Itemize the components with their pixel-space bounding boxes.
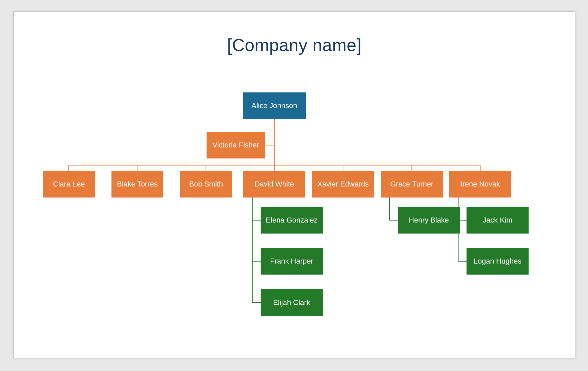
org-node-leaf-irene-0[interactable]: Jack Kim xyxy=(467,207,529,234)
slide-canvas[interactable]: [Company name] xyxy=(13,11,575,358)
org-node-manager-0[interactable]: Clara Lee xyxy=(43,171,95,198)
org-node-leaf-david-1[interactable]: Frank Harper xyxy=(261,248,323,275)
org-node-label: Henry Blake xyxy=(409,216,449,225)
org-node-leaf-david-0[interactable]: Elena Gonzalez xyxy=(261,207,323,234)
org-node-label: Alice Johnson xyxy=(252,101,297,110)
org-node-label: David White xyxy=(255,180,294,189)
org-node-label: Elena Gonzalez xyxy=(266,216,317,225)
org-node-label: Victoria Fisher xyxy=(212,141,259,149)
org-node-assistant[interactable]: Victoria Fisher xyxy=(207,132,265,158)
title-prefix: [Company xyxy=(227,35,313,55)
org-node-label: Frank Harper xyxy=(270,257,313,266)
title-suffix: ] xyxy=(357,35,362,55)
org-node-label: Logan Hughes xyxy=(474,257,521,266)
org-node-leaf-grace-0[interactable]: Henry Blake xyxy=(398,207,460,234)
org-node-leaf-david-2[interactable]: Elijah Clark xyxy=(261,289,323,316)
org-node-manager-1[interactable]: Blake Torres xyxy=(111,171,163,198)
org-node-leaf-irene-1[interactable]: Logan Hughes xyxy=(467,248,529,275)
org-node-label: Xavier Edwards xyxy=(317,180,369,189)
org-node-label: Grace Turner xyxy=(390,180,433,189)
org-node-label: Jack Kim xyxy=(483,216,512,225)
org-node-manager-2[interactable]: Bob Smith xyxy=(180,171,232,198)
org-node-label: Elijah Clark xyxy=(273,298,310,307)
stage: [Company name] xyxy=(0,0,588,371)
org-node-manager-3[interactable]: David White xyxy=(243,171,305,198)
org-node-label: Bob Smith xyxy=(189,180,223,189)
org-node-ceo[interactable]: Alice Johnson xyxy=(243,92,306,119)
org-node-manager-6[interactable]: Irene Novak xyxy=(449,171,511,198)
org-node-manager-4[interactable]: Xavier Edwards xyxy=(312,171,374,198)
org-node-label: Blake Torres xyxy=(117,180,158,189)
org-node-manager-5[interactable]: Grace Turner xyxy=(381,171,443,198)
org-node-label: Irene Novak xyxy=(461,180,500,189)
title-word: name xyxy=(312,35,356,55)
page-title[interactable]: [Company name] xyxy=(14,35,575,55)
org-node-label: Clara Lee xyxy=(53,180,85,189)
